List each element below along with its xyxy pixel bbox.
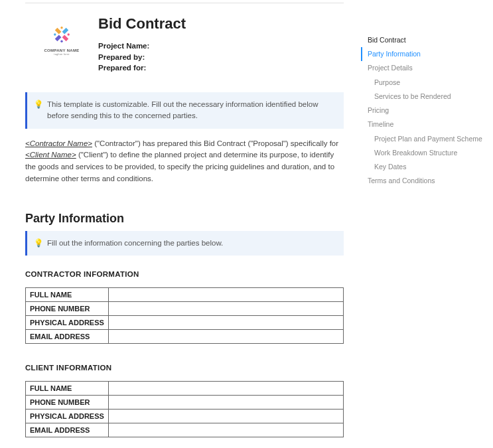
document-main: COMPANY NAME tagline here Bid Contract P…	[0, 0, 358, 437]
header: COMPANY NAME tagline here Bid Contract P…	[25, 3, 358, 74]
svg-point-1	[54, 33, 56, 35]
address-field[interactable]	[109, 316, 344, 330]
callout-text: Fill out the information concerning the …	[47, 238, 223, 249]
nav-project-plan[interactable]: Project Plan and Payment Scheme	[361, 132, 484, 146]
callout-text: This template is customizable. Fill out …	[47, 99, 334, 122]
email-field[interactable]	[109, 330, 344, 344]
nav-bid-contract[interactable]: Bid Contract	[361, 33, 484, 47]
row-label: PHONE NUMBER	[26, 302, 109, 316]
svg-point-0	[68, 33, 70, 35]
logo-block: COMPANY NAME tagline here	[25, 15, 98, 56]
email-field[interactable]	[109, 423, 344, 437]
table-row: PHYSICAL ADDRESS	[26, 316, 344, 330]
svg-point-2	[60, 40, 62, 42]
client-info-heading: CLIENT INFORMATION	[25, 364, 358, 372]
row-label: EMAIL ADDRESS	[26, 330, 109, 344]
meta-prepared-for: Prepared for:	[98, 62, 358, 74]
nav-services[interactable]: Services to be Rendered	[361, 90, 484, 104]
placeholder-client: <Client Name>	[25, 151, 76, 159]
company-tagline: tagline here	[54, 52, 69, 56]
contractor-info-heading: CONTRACTOR INFORMATION	[25, 270, 358, 278]
nav-key-dates[interactable]: Key Dates	[361, 160, 484, 174]
table-row: EMAIL ADDRESS	[26, 330, 344, 344]
outline-nav: Bid Contract Party Information Project D…	[358, 0, 484, 437]
nav-purpose[interactable]: Purpose	[361, 76, 484, 90]
table-row: PHONE NUMBER	[26, 302, 344, 316]
nav-timeline[interactable]: Timeline	[361, 117, 484, 131]
meta-prepared-by: Prepared by:	[98, 52, 358, 63]
full-name-field[interactable]	[109, 288, 344, 302]
address-field[interactable]	[109, 410, 344, 423]
lightbulb-icon: 💡	[34, 238, 43, 249]
callout-party-info: 💡 Fill out the information concerning th…	[25, 231, 344, 256]
nav-pricing[interactable]: Pricing	[361, 104, 484, 117]
phone-field[interactable]	[109, 302, 344, 316]
table-row: PHYSICAL ADDRESS	[26, 410, 344, 423]
intro-paragraph: <Contractor Name> ("Contractor") has pre…	[25, 138, 344, 185]
section-party-information: Party Information	[25, 212, 358, 226]
document-title: Bid Contract	[98, 15, 358, 33]
table-row: FULL NAME	[26, 382, 344, 396]
callout-customizable: 💡 This template is customizable. Fill ou…	[25, 92, 344, 129]
row-label: FULL NAME	[26, 382, 109, 396]
nav-work-breakdown[interactable]: Work Breakdown Structure	[361, 146, 484, 160]
table-row: PHONE NUMBER	[26, 396, 344, 410]
phone-field[interactable]	[109, 396, 344, 410]
nav-project-details[interactable]: Project Details	[361, 61, 484, 75]
nav-terms[interactable]: Terms and Conditions	[361, 174, 484, 188]
placeholder-contractor: <Contractor Name>	[25, 139, 92, 147]
meta-project-name: Project Name:	[98, 40, 358, 52]
row-label: FULL NAME	[26, 288, 109, 302]
row-label: PHYSICAL ADDRESS	[26, 410, 109, 423]
company-logo-icon	[50, 23, 73, 46]
row-label: EMAIL ADDRESS	[26, 423, 109, 437]
row-label: PHYSICAL ADDRESS	[26, 316, 109, 330]
table-row: EMAIL ADDRESS	[26, 423, 344, 437]
row-label: PHONE NUMBER	[26, 396, 109, 410]
client-table: FULL NAME PHONE NUMBER PHYSICAL ADDRESS …	[25, 381, 344, 437]
contractor-table: FULL NAME PHONE NUMBER PHYSICAL ADDRESS …	[25, 287, 344, 344]
nav-party-information[interactable]: Party Information	[361, 47, 484, 61]
table-row: FULL NAME	[26, 288, 344, 302]
svg-point-3	[60, 27, 62, 29]
lightbulb-icon: 💡	[34, 99, 43, 122]
full-name-field[interactable]	[109, 382, 344, 396]
